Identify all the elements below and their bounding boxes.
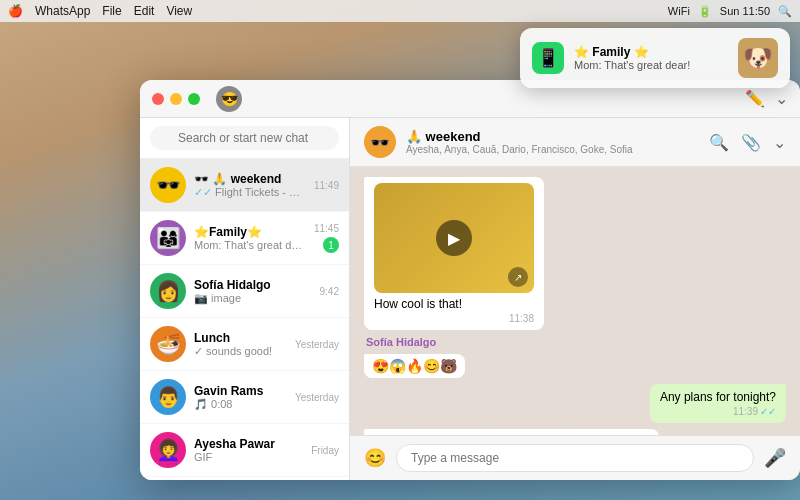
chat-avatar-sofia: 👩 <box>150 273 186 309</box>
chat-name-ayesha: Ayesha Pawar <box>194 437 303 451</box>
compose-icon[interactable]: ✏️ <box>745 89 765 108</box>
message-plans: Any plans for tonight? 11:39 ✓✓ <box>650 384 786 423</box>
view-menu: View <box>166 4 192 18</box>
chat-header-info: 🙏 weekend Ayesha, Anya, Cauã, Dario, Fra… <box>406 129 699 155</box>
message-emojis: 😍😱🔥😊🐻 <box>364 354 465 378</box>
chat-name-weekend: 🕶️ 🙏 weekend <box>194 172 306 186</box>
chat-time-ayesha: Friday <box>311 445 339 456</box>
message-goke: Goke Kuyimu I'm cooking dinner at my pla… <box>364 429 659 435</box>
whatsapp-window: 😎 ✏️ ⌄ 🔍 🕶️ 🕶️ 🙏 weekend ✓✓ F <box>140 80 800 480</box>
wa-content: 🔍 🕶️ 🕶️ 🙏 weekend ✓✓ Flight Tickets - BR… <box>140 118 800 480</box>
titlebar-icons: ✏️ ⌄ <box>745 89 788 108</box>
chat-item-sofia[interactable]: 👩 Sofía Hidalgo 📷 image 9:42 <box>140 265 349 318</box>
search-bar: 🔍 <box>140 118 349 159</box>
traffic-lights <box>152 93 200 105</box>
active-chat-members: Ayesha, Anya, Cauã, Dario, Francisco, Go… <box>406 144 699 155</box>
msg-time-howcool: 11:38 <box>509 313 534 324</box>
chat-list: 🕶️ 🕶️ 🙏 weekend ✓✓ Flight Tickets - BR 1… <box>140 159 349 480</box>
chat-info-lunch: Lunch ✓ sounds good! <box>194 331 287 358</box>
app-menu: WhatsApp <box>35 4 90 18</box>
video-play-button[interactable]: ▶ <box>436 220 472 256</box>
search-chat-icon[interactable]: 🔍 <box>709 133 729 152</box>
close-button[interactable] <box>152 93 164 105</box>
chat-time-lunch: Yesterday <box>295 339 339 350</box>
chat-avatar-ayesha: 👩‍🦱 <box>150 432 186 468</box>
chat-info-gavin: Gavin Rams 🎵 0:08 <box>194 384 287 411</box>
chat-preview-weekend: ✓✓ Flight Tickets - BR 145.pdf <box>194 186 306 199</box>
message-input[interactable] <box>396 444 754 472</box>
attach-icon[interactable]: 📎 <box>741 133 761 152</box>
chat-item-brother[interactable]: 👦 Brother 😁 Friday <box>140 477 349 480</box>
chat-preview-ayesha: GIF <box>194 451 303 463</box>
chat-avatar-gavin: 👨 <box>150 379 186 415</box>
chat-name-lunch: Lunch <box>194 331 287 345</box>
search-wrap: 🔍 <box>150 126 339 150</box>
chat-header-icons: 🔍 📎 ⌄ <box>709 133 786 152</box>
menubar-right: WiFi 🔋 Sun 11:50 🔍 <box>668 5 792 18</box>
notif-message: Mom: That's great dear! <box>574 59 728 71</box>
notif-app-icon: 📱 <box>532 42 564 74</box>
chat-item-weekend[interactable]: 🕶️ 🕶️ 🙏 weekend ✓✓ Flight Tickets - BR 1… <box>140 159 349 212</box>
sidebar: 🔍 🕶️ 🕶️ 🙏 weekend ✓✓ Flight Tickets - BR… <box>140 118 350 480</box>
chat-name-gavin: Gavin Rams <box>194 384 287 398</box>
menubar: 🍎 WhatsApp File Edit View WiFi 🔋 Sun 11:… <box>0 0 800 22</box>
chat-preview-family: Mom: That's great dear! <box>194 239 306 251</box>
chat-time-gavin: Yesterday <box>295 392 339 403</box>
chat-avatar-family: 👨‍👩‍👧 <box>150 220 186 256</box>
chat-meta-sofia: 9:42 <box>320 286 339 297</box>
more-icon[interactable]: ⌄ <box>773 133 786 152</box>
chat-time-family: 11:45 <box>314 223 339 234</box>
emoji-row: 😍😱🔥😊🐻 <box>372 358 457 374</box>
chat-header: 🕶️ 🙏 weekend Ayesha, Anya, Cauã, Dario, … <box>350 118 800 167</box>
active-chat-name: 🙏 weekend <box>406 129 699 144</box>
chat-panel: 🕶️ 🙏 weekend Ayesha, Anya, Cauã, Dario, … <box>350 118 800 480</box>
chevron-down-icon[interactable]: ⌄ <box>775 89 788 108</box>
edit-menu: Edit <box>134 4 155 18</box>
chat-meta-family: 11:45 1 <box>314 223 339 253</box>
search-menu-icon: 🔍 <box>778 5 792 18</box>
menubar-left: 🍎 WhatsApp File Edit View <box>8 4 192 18</box>
chat-preview-gavin: 🎵 0:08 <box>194 398 287 411</box>
msg-meta-howcool: 11:38 <box>374 313 534 324</box>
chat-meta-weekend: 11:49 <box>314 180 339 191</box>
unread-badge-family: 1 <box>323 237 339 253</box>
message-video: ▶ ↗ How cool is that! 11:38 <box>364 177 544 330</box>
msg-time-plans: 11:39 <box>733 406 758 417</box>
chat-item-lunch[interactable]: 🍜 Lunch ✓ sounds good! Yesterday <box>140 318 349 371</box>
minimize-button[interactable] <box>170 93 182 105</box>
chat-time-sofia: 9:42 <box>320 286 339 297</box>
video-thumbnail[interactable]: ▶ ↗ <box>374 183 534 293</box>
chat-input-bar: 😊 🎤 <box>350 435 800 480</box>
chat-info-sofia: Sofía Hidalgo 📷 image <box>194 278 312 305</box>
chat-time-weekend: 11:49 <box>314 180 339 191</box>
chat-preview-lunch: ✓ sounds good! <box>194 345 287 358</box>
chat-item-gavin[interactable]: 👨 Gavin Rams 🎵 0:08 Yesterday <box>140 371 349 424</box>
video-forward-icon: ↗ <box>508 267 528 287</box>
chat-name-family: ⭐Family⭐ <box>194 225 306 239</box>
messages-area: ▶ ↗ How cool is that! 11:38 Sofía Hidalg… <box>350 167 800 435</box>
chat-info-family: ⭐Family⭐ Mom: That's great dear! <box>194 225 306 251</box>
file-menu: File <box>102 4 121 18</box>
wifi-icon: WiFi <box>668 5 690 17</box>
battery-icon: 🔋 <box>698 5 712 18</box>
notification-popup[interactable]: 📱 ⭐ Family ⭐ Mom: That's great dear! 🐶 <box>520 28 790 88</box>
chat-avatar-weekend: 🕶️ <box>150 167 186 203</box>
search-input[interactable] <box>150 126 339 150</box>
clock: Sun 11:50 <box>720 5 770 17</box>
message-text-howcool: How cool is that! <box>374 297 534 311</box>
notif-avatar: 🐶 <box>738 38 778 78</box>
msg-meta-plans: 11:39 ✓✓ <box>660 406 776 417</box>
notif-title: ⭐ Family ⭐ <box>574 45 728 59</box>
msg-tick-plans: ✓✓ <box>760 406 776 417</box>
maximize-button[interactable] <box>188 93 200 105</box>
chat-preview-sofia: 📷 image <box>194 292 312 305</box>
emoji-picker-button[interactable]: 😊 <box>364 447 386 469</box>
user-avatar: 😎 <box>216 86 242 112</box>
chat-name-sofia: Sofía Hidalgo <box>194 278 312 292</box>
chat-item-ayesha[interactable]: 👩‍🦱 Ayesha Pawar GIF Friday <box>140 424 349 477</box>
microphone-button[interactable]: 🎤 <box>764 447 786 469</box>
sofia-sender-label: Sofía Hidalgo <box>366 336 436 348</box>
chat-header-avatar: 🕶️ <box>364 126 396 158</box>
notif-content: ⭐ Family ⭐ Mom: That's great dear! <box>574 45 728 71</box>
chat-item-family[interactable]: 👨‍👩‍👧 ⭐Family⭐ Mom: That's great dear! 1… <box>140 212 349 265</box>
